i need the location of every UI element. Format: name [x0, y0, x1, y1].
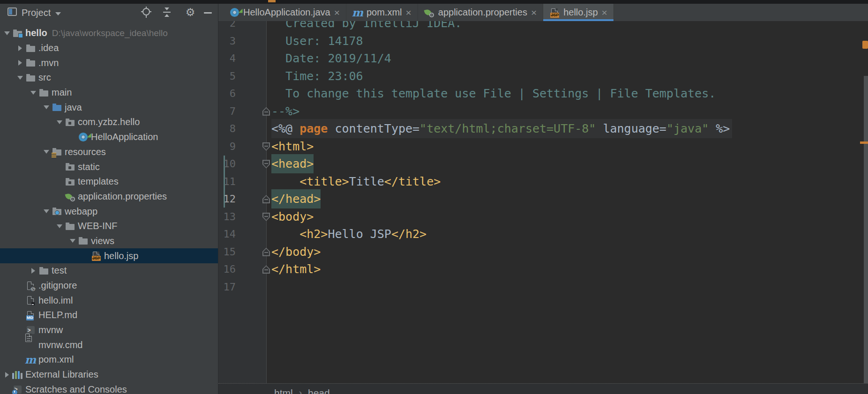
fold-end-icon[interactable] — [262, 107, 270, 116]
tree-item-label: main — [52, 87, 72, 98]
tree-item-main[interactable]: main — [0, 85, 218, 100]
tree-item-mvnw[interactable]: >mvnw — [0, 323, 218, 338]
code-segment: Date: 2019/11/4 — [271, 52, 391, 65]
tree-expanded-arrow-icon[interactable] — [41, 150, 52, 154]
tree-collapsed-arrow-icon[interactable] — [15, 60, 25, 66]
maven-icon: m — [352, 7, 363, 18]
tree-item-help-md[interactable]: MDHELP.md — [0, 308, 218, 323]
tree-expanded-arrow-icon[interactable] — [28, 91, 38, 95]
tab-hello-jsp[interactable]: JSPhello.jsp× — [543, 4, 614, 21]
fold-start-icon[interactable] — [262, 213, 270, 221]
code-text: <%@ page contentType="text/html;charset=… — [271, 120, 732, 138]
error-stripe-mark[interactable] — [860, 141, 868, 144]
webapp-icon — [52, 206, 62, 216]
code-segment: <h2> — [271, 227, 328, 241]
gear-icon[interactable]: ⚙ — [185, 7, 196, 18]
tree-expanded-arrow-icon[interactable] — [41, 105, 52, 109]
tree-item-hello[interactable]: helloD:\java\workspace_idea\hello — [0, 26, 218, 41]
tree-item-com-yzbz-hello[interactable]: com.yzbz.hello — [0, 115, 218, 130]
intellij-window: Project ⚙ helloD:\java\workspace_idea\he… — [0, 0, 868, 394]
project-panel-title[interactable]: Project — [22, 7, 51, 18]
hide-panel-button[interactable] — [202, 7, 214, 18]
scrollbar-thumb[interactable] — [864, 76, 868, 383]
tree-expanded-arrow-icon[interactable] — [15, 76, 25, 80]
tree-item-webapp[interactable]: webapp — [0, 204, 218, 219]
tree-item-pom-xml[interactable]: mpom.xml — [0, 352, 218, 367]
tree-item--idea[interactable]: .idea — [0, 41, 218, 56]
text-icon — [25, 340, 36, 350]
tree-item-mvnw-cmd[interactable]: mvnw.cmd — [0, 337, 218, 352]
collapse-all-button[interactable] — [162, 7, 173, 18]
fold-gutter — [236, 225, 271, 243]
fold-start-icon[interactable] — [262, 142, 270, 151]
close-icon[interactable]: × — [602, 8, 607, 17]
tree-item-resources[interactable]: resources — [0, 145, 218, 160]
tree-expanded-arrow-icon[interactable] — [41, 209, 52, 213]
code-segment: Hello JSP — [328, 227, 391, 241]
tree-item-hello-jsp[interactable]: JSPhello.jsp — [0, 248, 218, 263]
fold-gutter — [236, 50, 271, 67]
breadcrumb-item-head[interactable]: head — [308, 387, 330, 394]
chevron-down-icon[interactable] — [55, 12, 61, 15]
tree-collapsed-arrow-icon[interactable] — [28, 268, 38, 274]
tab-helloapplication-java[interactable]: HelloApplication.java× — [223, 4, 346, 21]
code-line-9: 9<html> — [218, 138, 868, 156]
tree-expanded-arrow-icon[interactable] — [54, 224, 65, 228]
code-segment: --%> — [271, 104, 299, 118]
matched-tag-highlight: <head> — [271, 154, 314, 173]
tree-item-label: HelloApplication — [91, 132, 158, 142]
fold-gutter — [236, 243, 271, 261]
fold-gutter — [236, 32, 271, 50]
tree-item-test[interactable]: test — [0, 263, 218, 278]
tree-item--gitignore[interactable]: ⊘.gitignore — [0, 278, 218, 293]
locate-file-button[interactable] — [141, 7, 152, 18]
code-line-10: 10<head> — [218, 155, 868, 173]
fold-end-icon[interactable] — [262, 265, 270, 274]
tree-expanded-arrow-icon[interactable] — [2, 31, 12, 35]
tree-item-static[interactable]: static — [0, 159, 218, 174]
tree-item-scratches-and-consoles[interactable]: >Scratches and Consoles — [0, 382, 218, 394]
spring-config-icon — [424, 7, 434, 18]
tree-item-views[interactable]: views — [0, 234, 218, 249]
tree-collapsed-arrow-icon[interactable] — [15, 45, 25, 51]
tree-item-java[interactable]: java — [0, 100, 218, 115]
scratches-icon: > — [12, 384, 22, 394]
tree-collapsed-arrow-icon[interactable] — [2, 372, 12, 378]
project-tree: helloD:\java\workspace_idea\hello.idea.m… — [0, 26, 218, 394]
tree-item-label: templates — [78, 176, 119, 187]
tree-item-label: mvnw.cmd — [38, 340, 82, 350]
close-icon[interactable]: × — [406, 8, 412, 17]
tab-pom-xml[interactable]: mpom.xml× — [346, 4, 418, 21]
resources-icon — [52, 147, 62, 157]
tree-expanded-arrow-icon[interactable] — [67, 239, 78, 243]
tree-item--mvn[interactable]: .mvn — [0, 55, 218, 70]
tree-item-src[interactable]: src — [0, 70, 218, 85]
line-number: 4 — [218, 50, 236, 67]
close-icon[interactable]: × — [334, 8, 340, 17]
fold-gutter — [236, 138, 271, 156]
tree-item-label: .mvn — [38, 58, 59, 68]
code-line-12: 12</head> — [218, 190, 868, 208]
fold-end-icon[interactable] — [262, 248, 270, 256]
code-line-16: 16</html> — [218, 260, 868, 278]
tree-item-application-properties[interactable]: application.properties — [0, 189, 218, 204]
fold-gutter — [236, 278, 271, 296]
close-icon[interactable]: × — [531, 8, 537, 17]
code-line-8: 8<%@ page contentType="text/html;charset… — [218, 120, 868, 138]
breadcrumb-item-html[interactable]: html — [274, 387, 293, 394]
tree-item-external-libraries[interactable]: External Libraries — [0, 367, 218, 382]
tree-item-helloapplication[interactable]: HelloApplication — [0, 130, 218, 145]
tree-item-templates[interactable]: templates — [0, 174, 218, 189]
code-editor[interactable]: 2 Created by IntelliJ IDEA.3 User: 14178… — [218, 21, 868, 383]
fold-start-icon[interactable] — [262, 160, 270, 168]
code-line-17: 17 — [218, 278, 868, 296]
error-stripe-mark[interactable] — [862, 41, 868, 49]
project-panel-header: Project ⚙ — [0, 4, 218, 22]
tree-expanded-arrow-icon[interactable] — [54, 120, 65, 124]
tree-item-label: mvnw — [38, 325, 63, 335]
tree-item-web-inf[interactable]: WEB-INF — [0, 219, 218, 234]
tab-application-properties[interactable]: application.properties× — [418, 4, 543, 21]
folder-icon — [65, 221, 75, 231]
tree-item-hello-iml[interactable]: hello.iml — [0, 293, 218, 308]
fold-end-icon[interactable] — [262, 195, 270, 203]
